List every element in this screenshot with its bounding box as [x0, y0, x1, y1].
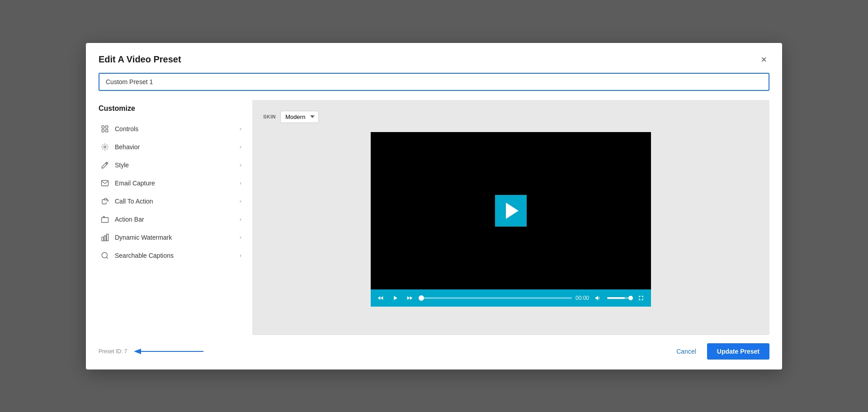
skin-row: SKIN Modern Classic Minimal [263, 111, 319, 123]
sidebar-label-controls: Controls [115, 125, 138, 133]
forward-button[interactable] [404, 294, 415, 303]
preset-name-input[interactable] [99, 73, 769, 91]
modal-title: Edit A Video Preset [99, 54, 181, 65]
style-icon [100, 161, 109, 170]
behavior-icon [100, 142, 109, 152]
sidebar-label-email-capture: Email Capture [115, 180, 155, 187]
sidebar-item-searchable-captions[interactable]: Searchable Captions › [99, 246, 243, 265]
volume-button[interactable] [593, 294, 604, 303]
svg-point-9 [102, 252, 107, 258]
sidebar-label-dynamic-watermark: Dynamic Watermark [115, 234, 172, 241]
update-preset-button[interactable]: Update Preset [707, 343, 769, 360]
svg-line-10 [106, 257, 108, 258]
cancel-button[interactable]: Cancel [671, 344, 702, 359]
dynamic-watermark-icon [100, 233, 109, 242]
chevron-style: › [240, 161, 241, 168]
sidebar-item-dynamic-watermark[interactable]: Dynamic Watermark › [99, 228, 243, 246]
sidebar-item-email-capture[interactable]: Email Capture › [99, 174, 243, 192]
chevron-call-to-action: › [240, 198, 241, 204]
preset-id-area: Preset ID: 7 [99, 347, 206, 356]
close-button[interactable]: × [758, 54, 769, 66]
sidebar-item-call-to-action[interactable]: Call To Action › [99, 192, 243, 210]
skin-select[interactable]: Modern Classic Minimal [280, 111, 319, 123]
progress-dot [419, 295, 424, 301]
sidebar-label-behavior: Behavior [115, 143, 140, 151]
svg-rect-8 [107, 234, 108, 241]
fullscreen-button[interactable] [636, 294, 646, 303]
chevron-action-bar: › [240, 216, 241, 223]
volume-fill [607, 297, 625, 299]
video-play-button[interactable] [495, 195, 527, 227]
sidebar-item-style[interactable]: Style › [99, 156, 243, 174]
volume-track[interactable] [607, 297, 632, 299]
video-container: 00:00 [371, 132, 651, 307]
preview-area: SKIN Modern Classic Minimal [252, 100, 769, 335]
sidebar-label-style: Style [115, 161, 129, 169]
email-capture-icon [100, 179, 109, 188]
svg-rect-0 [102, 126, 104, 128]
modal-footer: Preset ID: 7 Cancel Update Preset [86, 335, 782, 369]
volume-dot [628, 296, 633, 300]
chevron-controls: › [240, 125, 241, 132]
play-pause-button[interactable] [390, 294, 401, 303]
sidebar-item-action-bar[interactable]: Action Bar › [99, 210, 243, 228]
modal-body: Customize Controls [86, 100, 782, 335]
searchable-captions-icon [100, 251, 109, 260]
video-screen [371, 132, 651, 290]
chevron-email-capture: › [240, 180, 241, 186]
chevron-behavior: › [240, 143, 241, 150]
svg-rect-1 [106, 126, 108, 128]
modal-overlay: Edit A Video Preset × Customize [0, 0, 868, 412]
footer-actions: Cancel Update Preset [671, 343, 769, 360]
svg-point-4 [104, 146, 106, 148]
sidebar-label-searchable-captions: Searchable Captions [115, 252, 174, 259]
sidebar-label-action-bar: Action Bar [115, 216, 144, 223]
sidebar: Customize Controls [99, 100, 252, 335]
svg-rect-5 [102, 218, 108, 223]
sidebar-label-call-to-action: Call To Action [115, 198, 153, 205]
call-to-action-icon [100, 197, 109, 206]
svg-rect-2 [102, 129, 104, 132]
svg-rect-6 [102, 237, 104, 241]
time-display: 00:00 [576, 295, 589, 301]
action-bar-icon [100, 215, 109, 224]
edit-preset-modal: Edit A Video Preset × Customize [86, 43, 782, 369]
chevron-dynamic-watermark: › [240, 234, 241, 241]
sidebar-item-behavior[interactable]: Behavior › [99, 138, 243, 156]
svg-rect-3 [106, 129, 108, 132]
modal-header: Edit A Video Preset × [86, 43, 782, 73]
skin-label: SKIN [263, 114, 276, 119]
sidebar-item-controls[interactable]: Controls › [99, 120, 243, 138]
preset-id-arrow [133, 347, 206, 356]
sidebar-heading: Customize [99, 104, 243, 113]
chevron-searchable-captions: › [240, 252, 241, 259]
play-triangle-icon [506, 203, 519, 219]
progress-track[interactable] [419, 297, 572, 299]
controls-icon [100, 124, 109, 133]
svg-rect-7 [104, 236, 106, 241]
video-controls-bar: 00:00 [371, 289, 651, 307]
rewind-button[interactable] [375, 294, 386, 303]
preset-id-label: Preset ID: 7 [99, 348, 127, 355]
